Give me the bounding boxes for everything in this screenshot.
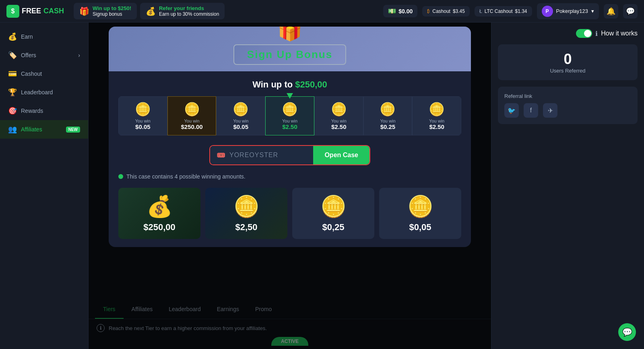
sidebar-item-cashout-label: Cashout bbox=[21, 71, 42, 77]
sidebar-item-affiliates-label: Affiliates bbox=[21, 126, 42, 133]
sidebar-item-leaderboard-label: Leaderboard bbox=[21, 89, 53, 96]
prize-cards: 💰 $250,00 🪙 $2,50 🪙 $0,25 🪙 bbox=[118, 188, 461, 239]
spin-value-4: $2.50 bbox=[269, 123, 311, 130]
ltc-cashout-label: LTC Cashout bbox=[485, 8, 513, 14]
btc-cashout-label: Cashout bbox=[432, 8, 450, 14]
earn-icon: 💰 bbox=[8, 32, 17, 41]
how-it-works-button[interactable]: How it works bbox=[601, 30, 638, 37]
sidebar-item-cashout[interactable]: 💳 Cashout bbox=[0, 64, 88, 83]
telegram-icon[interactable]: ✈ bbox=[543, 103, 557, 118]
spin-value-6: $0.25 bbox=[367, 123, 409, 130]
balance-amount: $0.00 bbox=[398, 8, 413, 15]
btc-icon: ₿ bbox=[427, 8, 430, 14]
prize-card-3: 🪙 $0,25 bbox=[292, 188, 374, 239]
chat-fab-button[interactable]: 💬 bbox=[618, 323, 636, 341]
user-menu[interactable]: P Pokerplay123 ▾ bbox=[537, 3, 599, 19]
logo-free-text: FREE bbox=[22, 7, 41, 15]
prize-card-2: 🪙 $2,50 bbox=[205, 188, 287, 239]
spin-item-1: 🪙 You win $0.05 bbox=[118, 96, 167, 135]
nav-promo-signup[interactable]: 🎁 Win up to $250! Signup bonus bbox=[74, 3, 137, 19]
logo-cash-text: CASH bbox=[43, 7, 64, 15]
sidebar-item-offers-label: Offers bbox=[21, 52, 36, 58]
spin-pointer bbox=[287, 93, 293, 99]
affiliates-badge: NEW bbox=[66, 127, 80, 133]
referral-section: Referral link 🐦 f ✈ bbox=[498, 87, 638, 124]
spin-label-1: You win bbox=[122, 118, 164, 123]
spin-value-5: $2.50 bbox=[318, 123, 360, 130]
spin-strip: 🪙 You win $0.05 🪙 You win $250.00 🪙 bbox=[118, 96, 461, 135]
sidebar-item-rewards[interactable]: 🎯 Rewards bbox=[0, 102, 88, 120]
notice-section: This case contains 4 possible winning am… bbox=[118, 173, 461, 180]
coin-icon-2: 🪙 bbox=[171, 102, 213, 117]
social-icons: 🐦 f ✈ bbox=[504, 103, 631, 118]
nav-right: 💵 $0.00 ₿ Cashout $3.45 Ł LTC Cashout $1… bbox=[383, 3, 638, 19]
chevron-down-icon: ▾ bbox=[591, 8, 594, 14]
prize-coin-3: 🪙 bbox=[299, 194, 368, 219]
btc-cashout-btn[interactable]: ₿ Cashout $3.45 bbox=[422, 6, 470, 17]
notifications-button[interactable]: 🔔 bbox=[604, 4, 618, 19]
promo2-title: Refer your friends bbox=[159, 5, 219, 11]
toggle-switch[interactable] bbox=[576, 29, 592, 38]
prize-coin-1: 💰 bbox=[125, 194, 194, 219]
ticket-icon: 🎟️ bbox=[217, 151, 225, 160]
code-input-wrapper: 🎟️ YOREOYSTER Open Case bbox=[209, 145, 370, 165]
facebook-icon[interactable]: f bbox=[524, 103, 538, 118]
avatar: P bbox=[542, 6, 553, 17]
promo1-title: Win up to $250! bbox=[93, 5, 131, 11]
username: Pokerplay123 bbox=[556, 8, 588, 14]
ltc-icon: Ł bbox=[479, 8, 482, 14]
btc-cashout-amount: $3.45 bbox=[453, 8, 465, 14]
sidebar-item-affiliates[interactable]: 👥 Affiliates NEW bbox=[0, 120, 88, 139]
logo[interactable]: $ FREECASH bbox=[6, 5, 64, 18]
balance-icon: 💵 bbox=[388, 7, 396, 15]
coin-icon: 💰 bbox=[146, 6, 156, 16]
code-input-display[interactable]: YOREOYSTER bbox=[229, 152, 307, 159]
spin-value-3: $0.05 bbox=[220, 123, 262, 130]
spin-strip-container: 🪙 You win $0.05 🪙 You win $250.00 🪙 bbox=[118, 96, 461, 135]
spin-value-2: $250.00 bbox=[171, 123, 213, 130]
code-section: 🎟️ YOREOYSTER Open Case bbox=[118, 145, 461, 165]
coin-icon-5: 🪙 bbox=[318, 102, 360, 117]
open-case-button[interactable]: Open Case bbox=[313, 146, 369, 164]
spin-item-5: 🪙 You win $2.50 bbox=[314, 96, 363, 135]
signup-bonus-popup: 🎁 Sign Up Bonus Win up to $250,00 bbox=[109, 27, 471, 247]
spin-item-3: 🪙 You win $0.05 bbox=[216, 96, 265, 135]
prize-value-3: $0,25 bbox=[299, 222, 368, 233]
sidebar: 💰 Earn 🏷️ Offers › 💳 Cashout 🏆 Leaderboa… bbox=[0, 23, 89, 349]
popup-gift-icon: 🎁 bbox=[277, 27, 302, 42]
spin-item-4: 🪙 You win $2.50 bbox=[265, 96, 314, 135]
prize-coin-4: 🪙 bbox=[386, 194, 455, 219]
sidebar-item-leaderboard[interactable]: 🏆 Leaderboard bbox=[0, 83, 88, 102]
referral-title: Referral link bbox=[504, 93, 631, 99]
spin-label-5: You win bbox=[318, 118, 360, 123]
stats-card: 0 Users Referred bbox=[498, 44, 638, 80]
popup-header: 🎁 Sign Up Bonus bbox=[109, 27, 471, 71]
sidebar-item-earn-label: Earn bbox=[21, 33, 33, 40]
messages-button[interactable]: 💬 bbox=[623, 4, 638, 19]
prize-card-1: 💰 $250,00 bbox=[118, 188, 200, 239]
popup-title: Sign Up Bonus bbox=[233, 44, 346, 65]
popup-overlay: 🎁 Sign Up Bonus Win up to $250,00 bbox=[89, 23, 491, 349]
spin-label-3: You win bbox=[220, 118, 262, 123]
twitter-icon[interactable]: 🐦 bbox=[504, 103, 519, 118]
notice-dot bbox=[118, 174, 123, 179]
content-area: 🎁 Sign Up Bonus Win up to $250,00 bbox=[89, 23, 491, 349]
win-up-label: Win up to bbox=[252, 79, 293, 89]
sidebar-item-offers[interactable]: 🏷️ Offers › bbox=[0, 46, 88, 64]
prize-value-2: $2,50 bbox=[212, 222, 281, 233]
coin-icon-4: 🪙 bbox=[269, 102, 311, 117]
coin-icon-1: 🪙 bbox=[122, 102, 164, 117]
coin-icon-3: 🪙 bbox=[220, 102, 262, 117]
win-up-amount: $250,00 bbox=[295, 79, 327, 89]
spin-value-1: $0.05 bbox=[122, 123, 164, 130]
balance-display: 💵 $0.00 bbox=[383, 5, 417, 17]
offers-icon: 🏷️ bbox=[8, 51, 17, 60]
promo2-subtitle: Earn up to 30% commission bbox=[159, 11, 219, 17]
stats-label: Users Referred bbox=[504, 68, 631, 74]
ltc-cashout-btn[interactable]: Ł LTC Cashout $1.34 bbox=[475, 6, 532, 17]
spin-item-2: 🪙 You win $250.00 bbox=[167, 96, 217, 135]
top-navigation: $ FREECASH 🎁 Win up to $250! Signup bonu… bbox=[0, 0, 644, 23]
nav-promo-refer[interactable]: 💰 Refer your friends Earn up to 30% comm… bbox=[140, 3, 225, 19]
sidebar-item-earn[interactable]: 💰 Earn bbox=[0, 27, 88, 46]
spin-item-7: 🪙 You win $2.50 bbox=[412, 96, 461, 135]
